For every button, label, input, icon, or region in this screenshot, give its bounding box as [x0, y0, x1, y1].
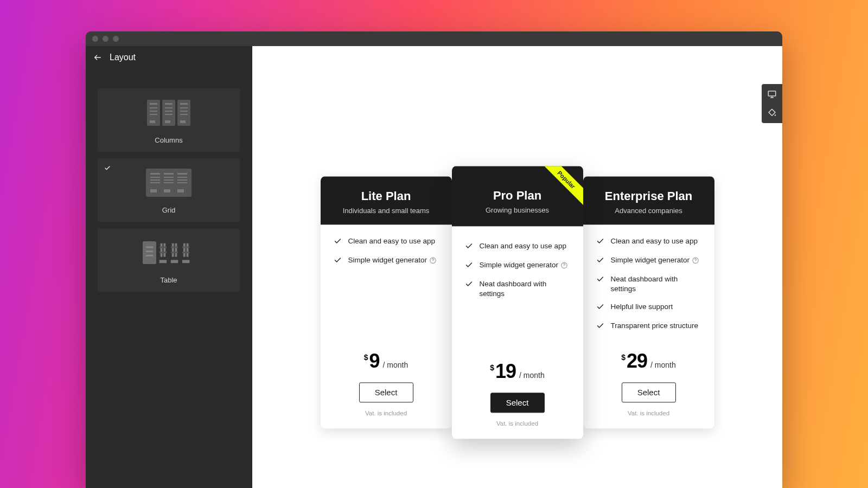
plan-title: Pro Plan	[458, 189, 577, 203]
svg-rect-38	[146, 255, 153, 256]
svg-rect-22	[150, 179, 160, 181]
layout-option-table[interactable]: Table	[98, 228, 240, 292]
plan-card-enterprise: Enterprise Plan Advanced companies Clean…	[583, 176, 714, 428]
back-arrow-icon[interactable]	[93, 53, 102, 62]
plan-features: Clean and easy to use app Simple widget …	[321, 224, 452, 344]
app-body: Layout	[86, 46, 782, 488]
svg-rect-25	[164, 173, 174, 175]
svg-rect-50	[171, 246, 178, 248]
svg-rect-46	[187, 243, 189, 257]
feature-text: Simple widget generator	[611, 255, 700, 265]
paint-bucket-icon[interactable]	[767, 108, 777, 118]
plan-header: Enterprise Plan Advanced companies	[583, 176, 714, 224]
currency-symbol: $	[490, 363, 494, 372]
plan-features: Clean and easy to use app Simple widget …	[452, 226, 583, 345]
svg-rect-48	[159, 246, 167, 248]
select-plan-button[interactable]: Select	[622, 382, 676, 402]
help-icon[interactable]	[560, 262, 568, 269]
traffic-light-zoom[interactable]	[113, 36, 119, 42]
price-period: / month	[383, 361, 409, 369]
svg-rect-6	[150, 111, 157, 112]
svg-rect-34	[177, 189, 184, 192]
traffic-light-minimize[interactable]	[103, 36, 108, 42]
price-row: $ 29 / month	[596, 350, 701, 373]
svg-rect-17	[180, 114, 188, 115]
feature-text: Simple widget generator	[480, 260, 569, 270]
svg-point-61	[564, 267, 564, 267]
svg-rect-28	[164, 182, 174, 183]
svg-rect-10	[165, 107, 173, 108]
feature-row: Transparent price structure	[596, 321, 701, 332]
help-icon[interactable]	[692, 257, 699, 265]
layout-option-label: Columns	[155, 136, 182, 144]
currency-symbol: $	[621, 353, 626, 362]
svg-point-59	[432, 262, 433, 262]
svg-rect-53	[182, 252, 189, 253]
price-row: $ 9 / month	[334, 350, 439, 373]
svg-rect-30	[177, 173, 187, 175]
svg-point-63	[695, 262, 695, 262]
layout-option-label: Table	[160, 276, 177, 284]
svg-rect-27	[164, 179, 174, 181]
svg-rect-32	[177, 179, 187, 181]
plan-title: Enterprise Plan	[590, 189, 708, 203]
svg-rect-14	[180, 103, 188, 105]
plan-header: Lite Plan Individuals and small teams	[321, 176, 452, 224]
grid-thumb-icon	[143, 168, 195, 197]
feature-text: Neat dashboard with settings	[611, 274, 701, 294]
vat-note: Vat. is included	[334, 410, 439, 416]
desktop-preview-icon[interactable]	[767, 89, 777, 99]
sidebar-title: Layout	[110, 53, 136, 62]
check-icon	[465, 261, 473, 272]
svg-rect-37	[146, 251, 153, 252]
layout-options: Columns	[86, 69, 252, 292]
help-icon[interactable]	[429, 257, 437, 265]
feature-text: Transparent price structure	[611, 321, 699, 331]
svg-rect-24	[150, 189, 157, 192]
svg-rect-11	[165, 111, 173, 112]
svg-rect-5	[150, 107, 157, 108]
feature-row: Clean and easy to use app	[596, 236, 701, 248]
svg-rect-8	[150, 120, 155, 123]
svg-rect-23	[150, 182, 160, 183]
svg-rect-52	[182, 246, 189, 248]
layout-option-columns[interactable]: Columns	[98, 88, 240, 152]
feature-row: Clean and easy to use app	[465, 241, 570, 253]
plan-footer: $ 29 / month Select Vat. is included	[583, 344, 714, 428]
app-window: Layout	[86, 31, 782, 488]
price-amount: 19	[495, 360, 516, 383]
price-amount: 9	[369, 350, 380, 373]
feature-row: Helpful live support	[596, 302, 701, 313]
currency-symbol: $	[364, 353, 368, 362]
svg-rect-44	[171, 260, 178, 263]
feature-text: Helpful live support	[611, 302, 673, 312]
svg-rect-47	[182, 260, 189, 263]
svg-rect-39	[161, 243, 163, 257]
svg-rect-42	[172, 243, 174, 257]
svg-rect-21	[150, 177, 160, 178]
side-toolbar	[762, 84, 782, 123]
window-titlebar	[86, 31, 782, 46]
svg-rect-54	[768, 91, 776, 96]
svg-rect-20	[150, 173, 160, 175]
svg-rect-33	[177, 182, 187, 183]
svg-point-57	[775, 114, 776, 115]
sidebar-header: Layout	[86, 46, 252, 69]
traffic-light-close[interactable]	[92, 36, 98, 42]
svg-rect-18	[180, 120, 186, 123]
plan-subtitle: Advanced companies	[590, 207, 708, 215]
select-plan-button[interactable]: Select	[490, 393, 545, 413]
svg-rect-41	[159, 260, 167, 263]
feature-text: Neat dashboard with settings	[480, 279, 570, 299]
table-thumb-icon	[143, 238, 195, 267]
plan-subtitle: Growing businesses	[458, 206, 577, 214]
svg-rect-31	[177, 177, 187, 178]
svg-rect-7	[150, 114, 157, 115]
svg-rect-43	[175, 243, 177, 257]
svg-rect-26	[164, 177, 174, 178]
plan-features: Clean and easy to use app Simple widget …	[583, 224, 714, 344]
layout-option-grid[interactable]: Grid	[98, 158, 240, 222]
feature-text: Clean and easy to use app	[480, 241, 567, 251]
select-plan-button[interactable]: Select	[359, 382, 413, 402]
check-icon	[596, 322, 604, 332]
